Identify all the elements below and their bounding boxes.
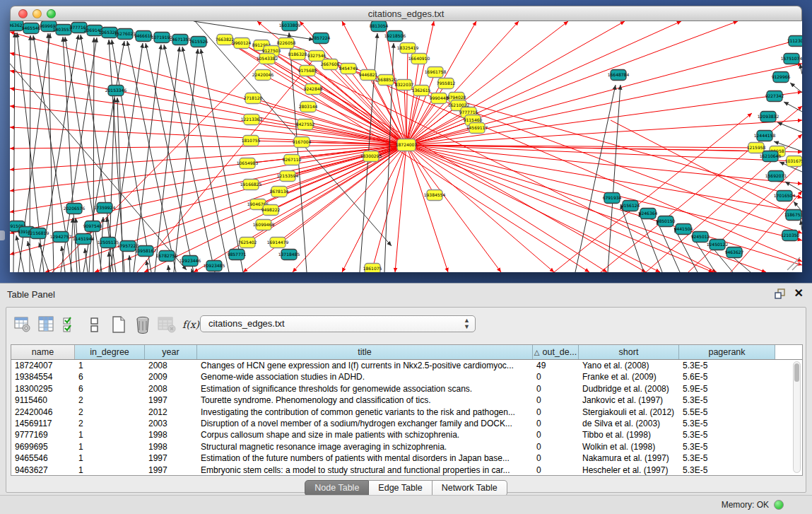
table-cell[interactable]: 49 [533, 360, 579, 371]
tab-network-table[interactable]: Network Table [433, 480, 507, 496]
table-cell[interactable]: Changes of HCN gene expression and I(f) … [197, 360, 533, 371]
table-cell[interactable]: 18724007 [11, 360, 75, 371]
table-cell[interactable]: 1 [75, 360, 145, 371]
table-row[interactable]: 977716911998Corpus callosum shape and si… [11, 429, 802, 440]
table-cell[interactable]: 0 [533, 371, 579, 382]
table-cell[interactable]: Disruption of a novel member of a sodium… [197, 418, 533, 429]
table-cell[interactable]: 5.3E-5 [679, 465, 775, 476]
table-row[interactable]: 2242004622012Investigating the contribut… [11, 407, 802, 418]
table-cell[interactable]: 6 [75, 383, 145, 395]
column-header-in-degree[interactable]: in_degree [75, 345, 145, 359]
table-cell[interactable]: Structural magnetic resonance image aver… [197, 441, 533, 452]
column-header-name[interactable]: name [11, 345, 75, 359]
table-cell[interactable]: 1997 [145, 465, 197, 476]
column-header-title[interactable]: title [197, 345, 533, 359]
network-table-selector[interactable]: citations_edges.txt ▲▼ [200, 315, 476, 332]
show-columns-icon[interactable] [36, 314, 57, 335]
table-cell[interactable]: Tibbo et al. (1998) [579, 429, 679, 440]
new-document-icon[interactable] [108, 314, 129, 335]
table-cell[interactable]: 9699695 [11, 441, 75, 452]
splitter-handle[interactable] [0, 230, 5, 240]
table-cell[interactable]: 5.9E-5 [679, 383, 775, 395]
table-cell[interactable]: 5.3E-5 [679, 395, 775, 406]
table-cell[interactable]: 5.3E-5 [679, 452, 775, 464]
table-cell[interactable]: 5.3E-5 [679, 441, 775, 452]
table-cell[interactable]: 0 [533, 383, 579, 395]
table-cell[interactable]: 5.6E-5 [679, 371, 775, 382]
table-cell[interactable]: 1997 [145, 395, 197, 406]
table-cell[interactable]: 1998 [145, 429, 197, 440]
table-cell[interactable]: 9465546 [11, 452, 75, 464]
column-header-short[interactable]: short [579, 345, 679, 359]
table-cell[interactable]: 1997 [145, 452, 197, 464]
table-cell[interactable]: 0 [533, 418, 579, 429]
network-nodes[interactable]: 9463627946554696996951403557497771692069… [10, 21, 802, 272]
table-cell[interactable]: 5.3E-5 [679, 429, 775, 440]
table-cell[interactable]: 1 [75, 441, 145, 452]
close-window-button[interactable] [18, 9, 28, 18]
delete-trash-icon[interactable] [132, 314, 153, 335]
table-row[interactable]: 1938455462009Genome-wide association stu… [11, 371, 802, 382]
vertical-scrollbar[interactable] [793, 361, 801, 473]
close-panel-icon[interactable]: ✕ [794, 288, 804, 299]
canvas-resize-grip[interactable] [787, 257, 800, 270]
table-cell[interactable]: Hescheler et al. (1997) [579, 465, 679, 476]
table-cell[interactable]: Genome-wide association studies in ADHD. [197, 371, 533, 382]
table-cell[interactable]: 2012 [145, 407, 197, 418]
table-cell[interactable]: Embryonic stem cells: a model to study s… [197, 465, 533, 476]
table-cell[interactable]: Estimation of the future numbers of pati… [197, 452, 533, 464]
table-cell[interactable]: de Silva et al. (2003) [579, 418, 679, 429]
table-cell[interactable]: 9777169 [11, 429, 75, 440]
table-cell[interactable]: 1 [75, 452, 145, 464]
table-cell[interactable]: Estimation of significance thresholds fo… [197, 383, 533, 395]
table-body[interactable]: 1872400712008Changes of HCN gene express… [11, 360, 802, 476]
table-cell[interactable]: 1 [75, 465, 145, 476]
table-cell[interactable]: 5.3E-5 [679, 418, 775, 429]
attribute-table[interactable]: namein_degreeyeartitle△out_de...shortpag… [11, 344, 803, 476]
table-cell[interactable]: 9115460 [11, 395, 75, 406]
table-cell[interactable]: Jankovic et al. (1997) [579, 395, 679, 406]
minimize-window-button[interactable] [33, 9, 42, 18]
table-cell[interactable]: Stergiakouli et al. (2012) [579, 407, 679, 418]
scrollbar-thumb[interactable] [794, 363, 799, 382]
table-cell[interactable]: 1 [75, 429, 145, 440]
column-header-pagerank[interactable]: pagerank [679, 345, 775, 359]
column-header-year[interactable]: year [145, 345, 197, 359]
table-cell[interactable]: 2008 [145, 360, 197, 371]
table-cell[interactable]: 0 [533, 429, 579, 440]
function-builder-icon[interactable]: f(x) [180, 314, 201, 335]
table-settings-icon[interactable] [12, 314, 33, 335]
table-row[interactable]: 911546021997Tourette syndrome. Phenomeno… [11, 395, 802, 406]
table-cell[interactable]: 18300295 [11, 383, 75, 395]
table-cell[interactable]: 19384554 [11, 371, 75, 382]
table-cell[interactable]: 9463627 [11, 465, 75, 476]
table-cell[interactable]: 0 [533, 452, 579, 464]
table-cell[interactable]: 2 [75, 418, 145, 429]
table-cell[interactable]: 2008 [145, 383, 197, 395]
table-cell[interactable]: 0 [533, 441, 579, 452]
table-row[interactable]: 1830029562008Estimation of significance … [11, 383, 802, 395]
table-cell[interactable]: Dudbridge et al. (2008) [579, 383, 679, 395]
table-cell[interactable]: 2003 [145, 418, 197, 429]
row-height-icon[interactable] [84, 314, 105, 335]
memory-ok-indicator[interactable] [774, 500, 784, 510]
zoom-window-button[interactable] [47, 9, 56, 18]
tab-edge-table[interactable]: Edge Table [369, 480, 432, 496]
table-cell[interactable]: 2 [75, 395, 145, 406]
table-cell[interactable]: 0 [533, 395, 579, 406]
select-columns-icon[interactable] [60, 314, 81, 335]
table-cell[interactable]: Tourette syndrome. Phenomenology and cla… [197, 395, 533, 406]
table-header-row[interactable]: namein_degreeyeartitle△out_de...shortpag… [11, 345, 802, 360]
table-cell[interactable]: Corpus callosum shape and size in male p… [197, 429, 533, 440]
table-cell[interactable]: 22420046 [11, 407, 75, 418]
table-cell[interactable]: 0 [533, 465, 579, 476]
table-cell[interactable]: 2 [75, 407, 145, 418]
table-row[interactable]: 946554611997Estimation of the future num… [11, 452, 802, 464]
float-panel-icon[interactable] [775, 288, 786, 299]
table-cell[interactable]: 1998 [145, 441, 197, 452]
tab-node-table[interactable]: Node Table [305, 480, 369, 496]
table-cell[interactable]: Investigating the contribution of common… [197, 407, 533, 418]
table-cell[interactable]: 6 [75, 371, 145, 382]
table-cell[interactable]: 5.5E-5 [679, 407, 775, 418]
table-cell[interactable]: 5.3E-5 [679, 360, 775, 371]
